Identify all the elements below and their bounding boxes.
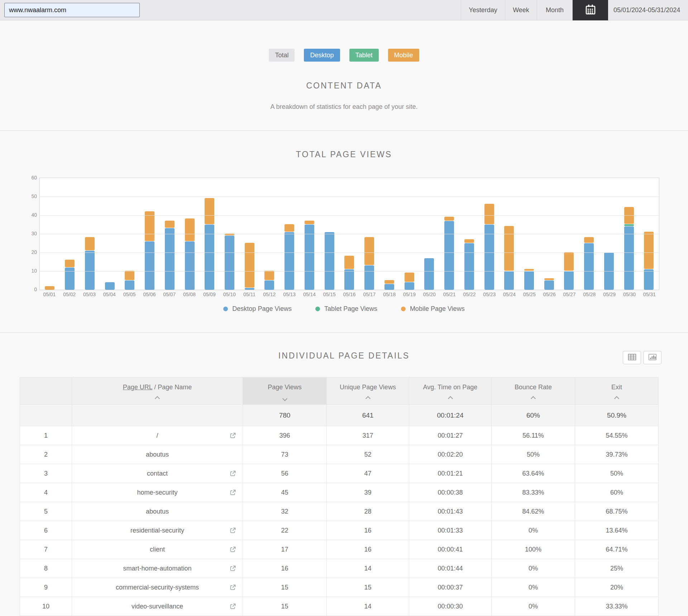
bar-segment-mobile[interactable]	[125, 271, 134, 280]
bar-segment-desktop[interactable]	[544, 280, 554, 290]
stacked-bar[interactable]	[444, 217, 454, 290]
bar-segment-mobile[interactable]	[205, 198, 214, 224]
bar-segment-desktop[interactable]	[264, 280, 274, 290]
page-name[interactable]: /	[156, 432, 158, 439]
column-header-page-views[interactable]: Page Views	[243, 377, 327, 405]
external-link-icon[interactable]	[229, 564, 237, 572]
range-button-month[interactable]: Month	[537, 0, 573, 20]
column-header-avg-time-on-page[interactable]: Avg. Time on Page	[409, 377, 492, 405]
external-link-icon[interactable]	[229, 583, 237, 591]
stacked-bar[interactable]	[624, 207, 634, 290]
bar-segment-mobile[interactable]	[484, 204, 494, 224]
stacked-bar[interactable]	[424, 258, 434, 290]
stacked-bar[interactable]	[105, 282, 115, 290]
bar-segment-mobile[interactable]	[85, 237, 95, 250]
bar-segment-desktop[interactable]	[624, 226, 634, 290]
stacked-bar[interactable]	[344, 256, 354, 290]
external-link-icon[interactable]	[229, 545, 237, 553]
page-name[interactable]: video-surveillance	[132, 603, 183, 610]
bar-segment-mobile[interactable]	[444, 217, 454, 220]
stacked-bar[interactable]	[644, 232, 654, 290]
bar-segment-desktop[interactable]	[424, 258, 434, 290]
bar-segment-mobile[interactable]	[464, 239, 474, 243]
bar-segment-desktop[interactable]	[364, 265, 374, 290]
bar-segment-desktop[interactable]	[205, 225, 214, 290]
bar-segment-desktop[interactable]	[325, 232, 334, 290]
filter-button-total[interactable]: Total	[269, 49, 295, 62]
stacked-bar[interactable]	[145, 211, 154, 290]
bar-segment-desktop[interactable]	[504, 271, 514, 290]
bar-segment-mobile[interactable]	[305, 221, 314, 224]
bar-segment-mobile[interactable]	[285, 224, 294, 232]
bar-segment-desktop[interactable]	[384, 284, 394, 290]
page-name[interactable]: aboutus	[146, 451, 169, 458]
bar-segment-desktop[interactable]	[225, 236, 234, 290]
stacked-bar[interactable]	[584, 237, 594, 290]
bar-segment-mobile[interactable]	[564, 252, 574, 271]
range-button-yesterday[interactable]: Yesterday	[461, 0, 505, 20]
bar-segment-desktop[interactable]	[644, 269, 654, 290]
bar-segment-desktop[interactable]	[444, 221, 454, 290]
stacked-bar[interactable]	[125, 271, 134, 290]
page-name[interactable]: aboutus	[146, 508, 169, 515]
bar-segment-desktop[interactable]	[464, 243, 474, 290]
stacked-bar[interactable]	[45, 286, 54, 290]
page-name[interactable]: home-security	[137, 489, 177, 496]
bar-segment-desktop[interactable]	[305, 225, 314, 290]
page-name[interactable]: commercial-security-systems	[116, 584, 199, 591]
bar-segment-desktop[interactable]	[245, 288, 254, 290]
range-button-week[interactable]: Week	[505, 0, 537, 20]
bar-segment-desktop[interactable]	[584, 243, 594, 290]
external-link-icon[interactable]	[229, 602, 237, 610]
stacked-bar[interactable]	[245, 243, 254, 290]
chart-view-button[interactable]	[643, 351, 661, 364]
stacked-bar[interactable]	[305, 221, 314, 290]
bar-segment-desktop[interactable]	[484, 225, 494, 290]
calendar-button[interactable]	[573, 0, 608, 20]
bar-segment-desktop[interactable]	[524, 271, 534, 290]
external-link-icon[interactable]	[229, 470, 237, 477]
bar-segment-desktop[interactable]	[145, 241, 154, 290]
bar-segment-desktop[interactable]	[405, 282, 414, 290]
bar-segment-tablet[interactable]	[624, 224, 634, 226]
bar-segment-desktop[interactable]	[65, 268, 75, 290]
bar-segment-desktop[interactable]	[125, 280, 134, 290]
stacked-bar[interactable]	[484, 204, 494, 290]
column-header-page-url-page-name[interactable]: Page URL / Page Name	[72, 377, 243, 405]
filter-button-desktop[interactable]: Desktop	[304, 49, 340, 62]
external-link-icon[interactable]	[229, 526, 237, 534]
stacked-bar[interactable]	[225, 234, 234, 290]
bar-segment-desktop[interactable]	[564, 271, 574, 290]
page-name[interactable]: residential-security	[130, 527, 184, 534]
stacked-bar[interactable]	[364, 237, 374, 290]
bar-segment-mobile[interactable]	[165, 221, 175, 228]
page-name[interactable]: smart-home-automation	[123, 565, 191, 572]
external-link-icon[interactable]	[229, 489, 237, 496]
filter-button-tablet[interactable]: Tablet	[349, 49, 379, 62]
site-url-input[interactable]	[4, 3, 140, 17]
stacked-bar[interactable]	[405, 273, 414, 290]
stacked-bar[interactable]	[464, 239, 474, 290]
bar-segment-mobile[interactable]	[145, 211, 154, 241]
bar-segment-mobile[interactable]	[644, 232, 654, 269]
stacked-bar[interactable]	[544, 278, 554, 290]
bar-segment-desktop[interactable]	[344, 269, 354, 290]
stacked-bar[interactable]	[165, 221, 175, 290]
column-header-exit[interactable]: Exit	[575, 377, 659, 405]
bar-segment-mobile[interactable]	[65, 260, 75, 267]
bar-segment-mobile[interactable]	[504, 226, 514, 271]
page-name[interactable]: client	[150, 546, 165, 553]
stacked-bar[interactable]	[85, 237, 95, 290]
stacked-bar[interactable]	[205, 198, 214, 290]
bar-segment-mobile[interactable]	[364, 237, 374, 265]
bar-segment-mobile[interactable]	[384, 280, 394, 284]
stacked-bar[interactable]	[185, 218, 195, 290]
bar-segment-mobile[interactable]	[45, 286, 54, 290]
bar-segment-desktop[interactable]	[85, 251, 95, 290]
legend-item-desktop[interactable]: Desktop Page Views	[223, 305, 292, 313]
bar-segment-desktop[interactable]	[105, 282, 115, 290]
stacked-bar[interactable]	[504, 226, 514, 290]
bar-segment-mobile[interactable]	[584, 237, 594, 243]
external-link-icon[interactable]	[229, 432, 237, 439]
table-view-button[interactable]	[623, 351, 641, 364]
